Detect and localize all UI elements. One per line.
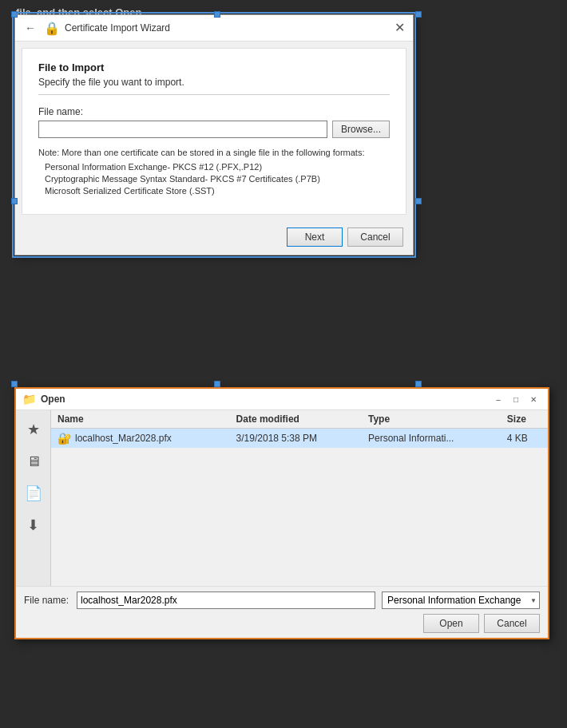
file-name-text: localhost_Mar2028.pfx: [75, 433, 172, 444]
col-size[interactable]: Size: [501, 410, 548, 429]
open-file-button[interactable]: Open: [423, 614, 479, 633]
wizard-body: File to Import Specify the file you want…: [22, 48, 406, 215]
section-title: File to Import: [38, 61, 390, 73]
wizard-dialog: ← 🔒 Certificate Import Wizard ✕ File to …: [14, 14, 414, 255]
file-type-cell: Personal Informati...: [362, 429, 501, 449]
wizard-titlebar: ← 🔒 Certificate Import Wizard ✕: [15, 15, 413, 42]
wizard-titlebar-left: ← 🔒 Certificate Import Wizard: [22, 20, 170, 36]
file-name-cell: 🔐 localhost_Mar2028.pfx: [51, 429, 230, 449]
close-dialog-button[interactable]: ✕: [525, 393, 541, 406]
footer-filetype-wrapper: Personal Information Exchange ▼: [382, 592, 540, 609]
col-date[interactable]: Date modified: [230, 410, 362, 429]
section-subtitle: Specify the file you want to import.: [38, 77, 390, 88]
wizard-back-button[interactable]: ←: [22, 20, 39, 36]
table-row[interactable]: 🔐 localhost_Mar2028.pfx 3/19/2018 5:38 P…: [51, 429, 548, 449]
sidebar-documents[interactable]: 📄: [21, 481, 46, 506]
format-item-sst: Microsoft Serialized Certificate Store (…: [45, 186, 390, 196]
file-cert-icon: 🔐: [57, 432, 70, 445]
open-main: ★ 🖥 📄 ⬇ Name Date modified Type Size: [16, 410, 548, 586]
note-text: Note: More than one certificate can be s…: [38, 148, 390, 157]
footer-filename-label: File name:: [24, 595, 70, 606]
file-name-input[interactable]: [38, 121, 327, 138]
footer-buttons: Open Cancel: [24, 614, 540, 633]
handle-mid-left: [11, 198, 18, 204]
sidebar-downloads[interactable]: ⬇: [21, 512, 46, 538]
next-button[interactable]: Next: [287, 228, 343, 247]
handle-bottom-left: [11, 381, 18, 387]
wizard-close-button[interactable]: ✕: [393, 22, 406, 34]
maximize-button[interactable]: □: [508, 393, 524, 406]
wizard-footer: Next Cancel: [15, 221, 413, 255]
table-header-row: Name Date modified Type Size: [51, 410, 548, 429]
footer-filetype-select[interactable]: Personal Information Exchange: [382, 592, 540, 609]
file-size-cell: 4 KB: [501, 429, 548, 449]
footer-filename-input[interactable]: [77, 592, 375, 609]
cancel-button[interactable]: Cancel: [347, 228, 403, 247]
col-name[interactable]: Name: [51, 410, 230, 429]
cancel-open-button[interactable]: Cancel: [484, 614, 540, 633]
col-type[interactable]: Type: [362, 410, 501, 429]
open-dialog: 📁 Open – □ ✕ ★ 🖥 📄 ⬇ Name Date modified: [14, 387, 549, 639]
open-footer: File name: Personal Information Exchange…: [16, 586, 548, 638]
handle-mid-right: [415, 198, 422, 204]
handle-top-left: [11, 11, 18, 18]
handle-bottom-center: [214, 381, 220, 387]
titlebar-controls: – □ ✕: [490, 393, 541, 406]
file-name-label: File name:: [38, 106, 390, 117]
format-list: Personal Information Exchange- PKCS #12 …: [38, 162, 390, 196]
file-row: Browse...: [38, 121, 390, 138]
file-date-cell: 3/19/2018 5:38 PM: [230, 429, 362, 449]
file-table: Name Date modified Type Size 🔐 localhost…: [51, 410, 548, 448]
divider: [38, 94, 390, 95]
open-content: Name Date modified Type Size 🔐 localhost…: [51, 410, 548, 586]
open-sidebar: ★ 🖥 📄 ⬇: [16, 410, 51, 586]
wizard-title: Certificate Import Wizard: [65, 22, 170, 34]
handle-top-center: [214, 11, 220, 18]
sidebar-desktop[interactable]: 🖥: [21, 449, 46, 474]
footer-filename-row: File name: Personal Information Exchange…: [24, 592, 540, 609]
minimize-button[interactable]: –: [490, 393, 506, 406]
handle-bottom-right: [415, 381, 422, 387]
open-dialog-folder-icon: 📁: [22, 393, 36, 406]
handle-top-right: [415, 11, 422, 18]
browse-button[interactable]: Browse...: [332, 121, 390, 138]
wizard-cert-icon: 🔒: [44, 21, 60, 36]
format-item-p7b: Cryptographic Message Syntax Standard- P…: [45, 174, 390, 184]
open-titlebar: 📁 Open – □ ✕: [16, 389, 548, 410]
open-dialog-title: Open: [41, 394, 65, 405]
sidebar-quick-access[interactable]: ★: [21, 417, 46, 442]
format-item-pfx: Personal Information Exchange- PKCS #12 …: [45, 162, 390, 172]
